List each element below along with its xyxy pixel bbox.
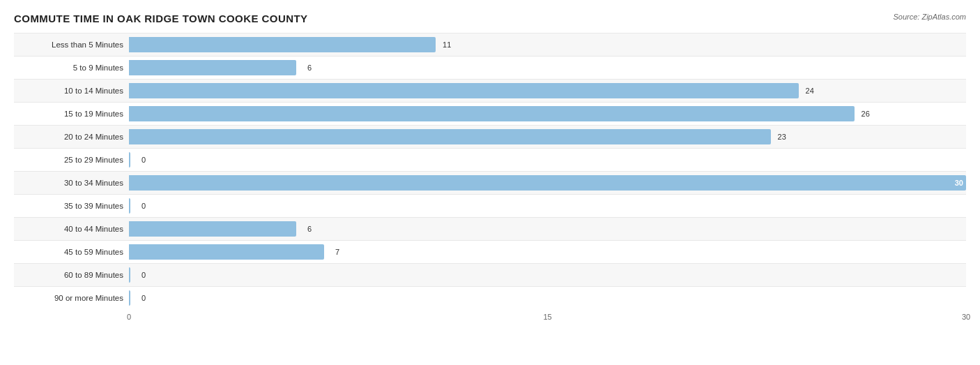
bar-label: 60 to 89 Minutes <box>14 271 129 279</box>
bar-row: Less than 5 Minutes11 <box>14 33 966 56</box>
bar: 7 <box>129 244 324 260</box>
bar: 26 <box>129 106 855 121</box>
bar-label: 30 to 34 Minutes <box>14 179 129 187</box>
bar-label: 5 to 9 Minutes <box>14 64 129 72</box>
bar-value: 6 <box>307 64 312 72</box>
bar-row: 30 to 34 Minutes30 <box>14 171 966 194</box>
bar-row: 60 to 89 Minutes0 <box>14 263 966 286</box>
bar-area: 6 <box>129 57 966 79</box>
bar-area: 24 <box>129 80 966 102</box>
bar-row: 40 to 44 Minutes6 <box>14 217 966 240</box>
bar: 0 <box>129 152 130 167</box>
bar: 6 <box>129 221 296 237</box>
bar-area: 0 <box>129 195 966 217</box>
bar-label: 45 to 59 Minutes <box>14 248 129 256</box>
bar-value: 23 <box>778 133 786 141</box>
bar-area: 0 <box>129 149 966 171</box>
bar-label: 25 to 29 Minutes <box>14 156 129 164</box>
bar-area: 6 <box>129 218 966 240</box>
bar: 23 <box>129 129 771 144</box>
chart-source: Source: ZipAtlas.com <box>893 13 966 21</box>
bar-label: 35 to 39 Minutes <box>14 202 129 210</box>
bar-value: 0 <box>141 271 146 279</box>
chart-header: COMMUTE TIME IN OAK RIDGE TOWN COOKE COU… <box>14 13 966 24</box>
bar-value: 0 <box>141 294 146 302</box>
bar-row: 90 or more Minutes0 <box>14 286 966 309</box>
bar: 24 <box>129 83 799 98</box>
bar-area: 7 <box>129 241 966 263</box>
x-axis: 01530 <box>129 309 966 323</box>
bar: 11 <box>129 37 436 52</box>
bar-row: 45 to 59 Minutes7 <box>14 240 966 263</box>
x-axis-tick: 30 <box>962 313 970 321</box>
chart-container: COMMUTE TIME IN OAK RIDGE TOWN COOKE COU… <box>0 0 980 365</box>
chart-title: COMMUTE TIME IN OAK RIDGE TOWN COOKE COU… <box>14 13 308 24</box>
chart-body: Less than 5 Minutes115 to 9 Minutes610 t… <box>14 33 966 323</box>
bar-value: 11 <box>443 40 451 49</box>
bar-label: 10 to 14 Minutes <box>14 87 129 95</box>
bar-label: 90 or more Minutes <box>14 294 129 302</box>
bar-area: 30 <box>129 172 966 194</box>
bar: 0 <box>129 290 130 306</box>
bar-value: 26 <box>862 110 870 118</box>
bar-value: 6 <box>307 225 312 233</box>
bar-value: 24 <box>806 87 814 95</box>
bar-label: Less than 5 Minutes <box>14 40 129 49</box>
bar-area: 23 <box>129 126 966 148</box>
x-axis-tick: 15 <box>543 313 551 321</box>
bar-row: 35 to 39 Minutes0 <box>14 194 966 217</box>
bar: 6 <box>129 60 296 75</box>
bar-row: 25 to 29 Minutes0 <box>14 148 966 171</box>
bar: 30 <box>129 175 966 191</box>
bar-value: 7 <box>335 248 339 256</box>
x-axis-tick: 0 <box>127 313 131 321</box>
bar-row: 20 to 24 Minutes23 <box>14 125 966 148</box>
bar-area: 26 <box>129 103 966 125</box>
bar: 0 <box>129 198 130 214</box>
bar-label: 40 to 44 Minutes <box>14 225 129 233</box>
bar-label: 15 to 19 Minutes <box>14 110 129 118</box>
bar-area: 0 <box>129 264 966 286</box>
bar-row: 15 to 19 Minutes26 <box>14 102 966 125</box>
bar-label: 20 to 24 Minutes <box>14 133 129 141</box>
bar: 0 <box>129 267 130 283</box>
bar-area: 0 <box>129 287 966 309</box>
bar-row: 10 to 14 Minutes24 <box>14 79 966 102</box>
bar-value: 0 <box>141 156 146 164</box>
bar-area: 11 <box>129 33 966 56</box>
bar-value: 0 <box>141 202 146 210</box>
bar-value: 30 <box>955 179 963 187</box>
bar-row: 5 to 9 Minutes6 <box>14 56 966 79</box>
